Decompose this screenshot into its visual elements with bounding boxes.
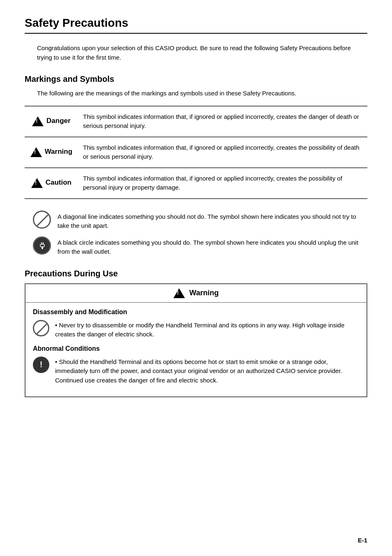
abnormal-heading: Abnormal Conditions — [33, 345, 359, 352]
markings-heading: Markings and Symbols — [25, 74, 367, 84]
abnormal-item: ! • Should the Handheld Terminal and its… — [33, 357, 359, 385]
caution-triangle-icon — [31, 178, 43, 188]
icon-list: A diagonal line indicates something you … — [33, 211, 367, 257]
danger-label: Danger — [46, 117, 71, 125]
symbols-table: Danger This symbol indicates information… — [25, 106, 367, 199]
disassembly-no-do-icon — [33, 320, 49, 336]
plug-circle-icon — [33, 236, 51, 255]
danger-symbol-cell: Danger — [25, 106, 78, 137]
precautions-heading: Precautions During Use — [25, 269, 367, 278]
danger-desc: This symbol indicates information that, … — [78, 106, 367, 137]
disassembly-text-content: Never try to disassemble or modify the H… — [55, 322, 344, 338]
abnormal-text: • Should the Handheld Terminal and its o… — [55, 357, 359, 385]
disassembly-item: • Never try to disassemble or modify the… — [33, 320, 359, 339]
title-rule — [25, 33, 367, 34]
disassembly-section: Disassembly and Modification • Never try… — [33, 308, 359, 339]
svg-rect-4 — [42, 247, 43, 248]
plug-icon-item: A black circle indicates something you s… — [33, 236, 367, 257]
warning-box-header: Warning — [25, 284, 367, 303]
warning-box: Warning Disassembly and Modification • N… — [25, 283, 367, 398]
disassembly-text: • Never try to disassemble or modify the… — [55, 320, 359, 339]
svg-rect-5 — [42, 248, 43, 249]
intro-text: Congratulations upon your selection of t… — [37, 44, 367, 62]
danger-triangle-icon — [32, 116, 44, 126]
warning-row: Warning This symbol indicates informatio… — [25, 137, 367, 168]
abnormal-text-content: Should the Handheld Terminal and its opt… — [55, 358, 342, 384]
caution-row: Caution This symbol indicates informatio… — [25, 168, 367, 199]
danger-row: Danger This symbol indicates information… — [25, 106, 367, 137]
warning-symbol-cell: Warning — [25, 137, 78, 168]
abnormal-section: Abnormal Conditions ! • Should the Handh… — [33, 345, 359, 385]
abnormal-exclaim-icon: ! — [33, 357, 49, 373]
warning-box-label: Warning — [189, 288, 219, 297]
plug-svg — [37, 240, 47, 251]
markings-desc: The following are the meanings of the ma… — [37, 89, 367, 98]
warning-box-triangle-icon — [173, 288, 185, 298]
plug-text: A black circle indicates something you s… — [58, 236, 367, 257]
warning-label: Warning — [45, 148, 72, 155]
no-do-text: A diagonal line indicates something you … — [58, 211, 367, 231]
caution-symbol-cell: Caution — [25, 168, 78, 199]
caution-desc: This symbol indicates information that, … — [78, 168, 367, 199]
warning-box-body: Disassembly and Modification • Never try… — [25, 303, 367, 397]
caution-label: Caution — [46, 178, 71, 186]
disassembly-heading: Disassembly and Modification — [33, 308, 359, 316]
warning-triangle-icon — [30, 147, 42, 157]
page-title: Safety Precautions — [25, 16, 367, 30]
no-do-circle-icon — [33, 211, 51, 229]
warning-desc: This symbol indicates information that, … — [78, 137, 367, 168]
page-number: E-1 — [358, 537, 367, 544]
no-do-icon-item: A diagonal line indicates something you … — [33, 211, 367, 231]
